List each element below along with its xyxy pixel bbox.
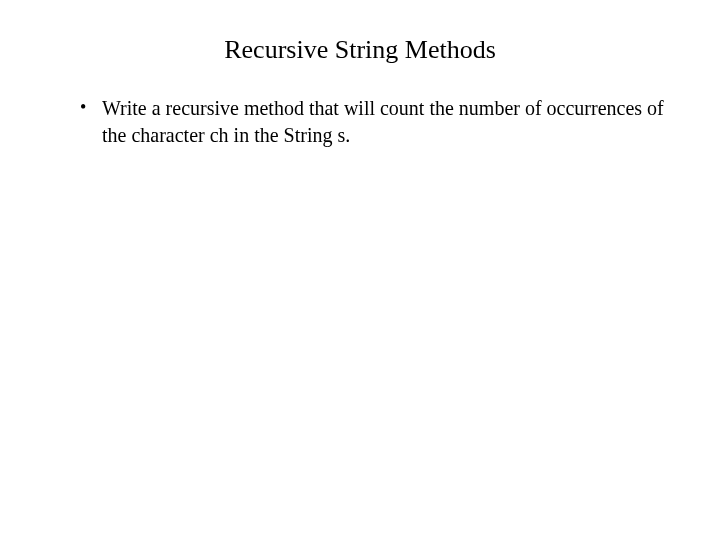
- slide-title: Recursive String Methods: [50, 35, 670, 65]
- list-item: Write a recursive method that will count…: [80, 95, 670, 149]
- bullet-list: Write a recursive method that will count…: [50, 95, 670, 149]
